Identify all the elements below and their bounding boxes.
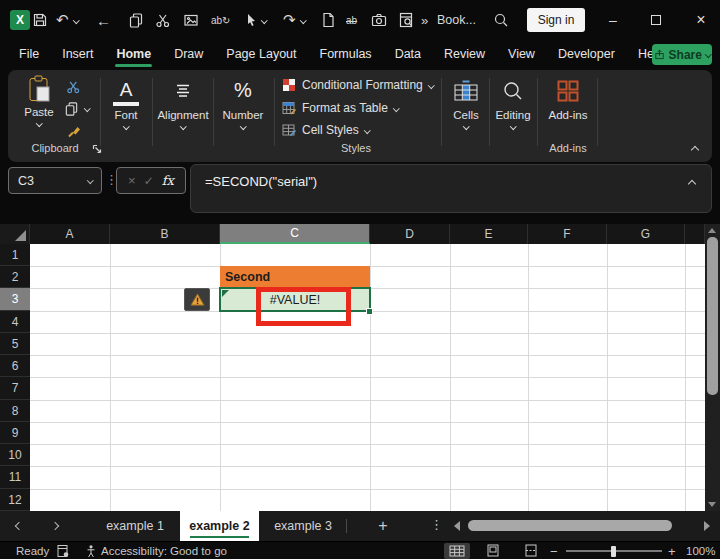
column-header-c[interactable]: C bbox=[220, 224, 370, 244]
column-header-f[interactable]: F bbox=[528, 224, 607, 244]
zoom-out-button[interactable]: − bbox=[550, 544, 558, 559]
column-header-d[interactable]: D bbox=[370, 224, 450, 244]
row-header-9[interactable]: 9 bbox=[0, 422, 30, 444]
undo-dropdown-icon[interactable] bbox=[74, 11, 79, 29]
add-sheet-button[interactable]: + bbox=[372, 515, 394, 537]
format-as-table-button[interactable]: Format as Table bbox=[282, 101, 398, 115]
tab-page-layout[interactable]: Page Layout bbox=[225, 45, 297, 63]
macro-record-icon[interactable] bbox=[56, 544, 70, 558]
normal-view-button[interactable] bbox=[444, 543, 470, 559]
row-header-3[interactable]: 3 bbox=[0, 288, 30, 311]
alignment-button[interactable]: Alignment bbox=[158, 75, 208, 129]
formula-text[interactable]: =SECOND("serial") bbox=[205, 174, 317, 189]
row-header-1[interactable]: 1 bbox=[0, 244, 30, 266]
accessibility-status[interactable]: Accessibility: Good to go bbox=[101, 545, 227, 557]
cut-icon[interactable] bbox=[155, 11, 171, 29]
editing-button[interactable]: Editing bbox=[491, 75, 535, 129]
addins-button[interactable]: Add-ins bbox=[544, 75, 592, 121]
horizontal-scrollbar[interactable] bbox=[450, 515, 716, 537]
format-painter-button[interactable] bbox=[66, 123, 82, 139]
scroll-right-icon[interactable] bbox=[704, 521, 710, 531]
vertical-scrollbar[interactable] bbox=[705, 224, 720, 511]
enter-icon[interactable]: ✓ bbox=[144, 174, 154, 188]
cancel-icon[interactable]: × bbox=[128, 173, 136, 188]
row-header-2[interactable]: 2 bbox=[0, 266, 30, 288]
tab-view[interactable]: View bbox=[507, 45, 536, 63]
find-replace-icon[interactable]: ab↻ bbox=[211, 11, 231, 29]
picture-icon[interactable] bbox=[183, 11, 199, 29]
column-header-b[interactable]: B bbox=[110, 224, 220, 244]
accessibility-icon[interactable] bbox=[84, 544, 98, 558]
back-icon[interactable]: ← bbox=[96, 11, 111, 29]
tab-draw[interactable]: Draw bbox=[173, 45, 204, 63]
scroll-down-icon[interactable] bbox=[708, 502, 716, 507]
sheet-next-icon[interactable] bbox=[51, 522, 59, 530]
zoom-in-button[interactable]: + bbox=[668, 544, 676, 559]
cell-styles-button[interactable]: Cell Styles bbox=[282, 123, 369, 137]
touch-mode-dropdown-icon[interactable] bbox=[262, 11, 267, 29]
copy-button[interactable] bbox=[64, 101, 90, 116]
tab-home[interactable]: Home bbox=[115, 45, 152, 63]
row-header-8[interactable]: 8 bbox=[0, 400, 30, 422]
strikethrough-icon[interactable]: ab bbox=[346, 11, 357, 29]
number-button[interactable]: % Number bbox=[220, 75, 266, 129]
tab-file[interactable]: File bbox=[18, 45, 40, 63]
formula-bar[interactable]: =SECOND("serial") bbox=[190, 164, 712, 213]
formula-bar-collapse-icon[interactable] bbox=[688, 180, 696, 188]
select-all-corner[interactable] bbox=[0, 224, 30, 244]
sheet-tab-example3[interactable]: example 3 bbox=[261, 511, 345, 541]
cut-button[interactable] bbox=[66, 79, 81, 94]
cell-c2[interactable]: Second bbox=[220, 266, 370, 288]
save-icon[interactable] bbox=[32, 11, 48, 29]
scroll-up-icon[interactable] bbox=[708, 228, 716, 233]
sign-in-button[interactable]: Sign in bbox=[527, 8, 585, 32]
share-button[interactable]: Share bbox=[652, 44, 712, 65]
cells-button[interactable]: Cells bbox=[444, 75, 488, 129]
sheet-tab-example2[interactable]: example 2 bbox=[180, 511, 259, 541]
undo-icon[interactable]: ↶ bbox=[56, 11, 69, 29]
qat-overflow-icon[interactable]: » bbox=[421, 11, 428, 29]
sheet-prev-icon[interactable] bbox=[15, 522, 23, 530]
touch-mode-icon[interactable] bbox=[243, 11, 259, 29]
page-layout-view-button[interactable] bbox=[486, 544, 500, 557]
maximize-button[interactable] bbox=[641, 8, 671, 32]
close-button[interactable]: × bbox=[686, 8, 716, 32]
row-header-7[interactable]: 7 bbox=[0, 377, 30, 400]
sheet-lookup-icon[interactable] bbox=[398, 11, 414, 29]
redo-icon[interactable]: ↷ bbox=[283, 11, 296, 29]
zoom-level[interactable]: 100% bbox=[686, 545, 715, 557]
new-file-icon[interactable] bbox=[320, 11, 336, 29]
column-header-partial[interactable] bbox=[685, 224, 705, 244]
tab-insert[interactable]: Insert bbox=[61, 45, 94, 63]
row-header-12[interactable]: 12 bbox=[0, 489, 30, 511]
column-header-a[interactable]: A bbox=[30, 224, 110, 244]
tab-formulas[interactable]: Formulas bbox=[319, 45, 373, 63]
paste-button[interactable]: Paste bbox=[16, 75, 62, 126]
row-header-4[interactable]: 4 bbox=[0, 311, 30, 333]
scroll-left-icon[interactable] bbox=[454, 521, 460, 531]
column-header-e[interactable]: E bbox=[450, 224, 528, 244]
camera-icon[interactable] bbox=[371, 11, 387, 29]
fill-handle[interactable] bbox=[366, 308, 373, 315]
row-header-11[interactable]: 11 bbox=[0, 466, 30, 489]
column-header-g[interactable]: G bbox=[607, 224, 685, 244]
conditional-formatting-button[interactable]: Conditional Formatting bbox=[282, 78, 433, 92]
row-header-10[interactable]: 10 bbox=[0, 444, 30, 466]
name-box[interactable]: C3 bbox=[8, 167, 102, 194]
insert-function-icon[interactable]: fx bbox=[162, 173, 174, 188]
tab-developer[interactable]: Developer bbox=[557, 45, 616, 63]
redo-dropdown-icon[interactable] bbox=[301, 11, 306, 29]
tab-review[interactable]: Review bbox=[443, 45, 486, 63]
sheet-tab-example1[interactable]: example 1 bbox=[92, 511, 178, 541]
copy-icon[interactable] bbox=[128, 11, 144, 29]
tab-data[interactable]: Data bbox=[394, 45, 422, 63]
error-warning-button[interactable] bbox=[184, 288, 210, 311]
font-button[interactable]: A Font bbox=[103, 75, 149, 129]
vertical-scrollbar-thumb[interactable] bbox=[707, 237, 718, 395]
horizontal-scrollbar-thumb[interactable] bbox=[468, 520, 672, 531]
ribbon-collapse-icon[interactable] bbox=[692, 142, 698, 156]
zoom-slider-thumb[interactable] bbox=[611, 546, 616, 557]
row-header-5[interactable]: 5 bbox=[0, 333, 30, 355]
all-sheets-menu-icon[interactable]: ⋮ bbox=[430, 517, 443, 532]
page-break-view-button[interactable] bbox=[524, 544, 538, 557]
